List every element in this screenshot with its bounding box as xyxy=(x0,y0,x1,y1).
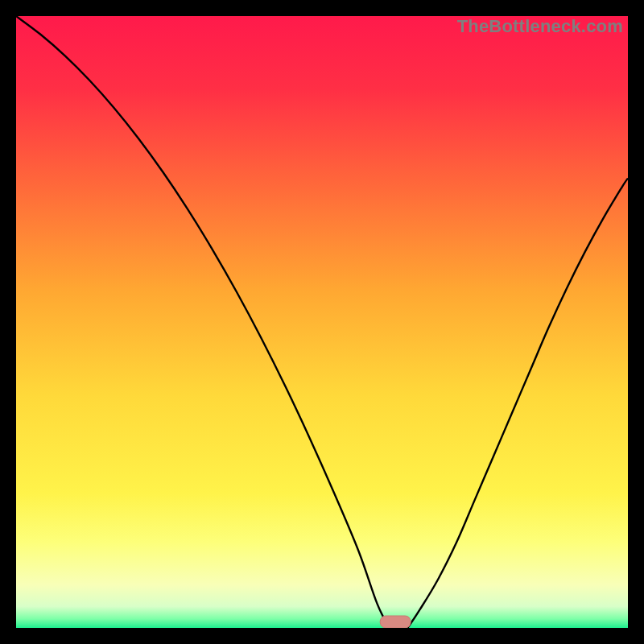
minimum-marker xyxy=(380,616,411,628)
attribution-label: TheBottleneck.com xyxy=(457,16,623,37)
bottleneck-chart xyxy=(16,16,628,628)
chart-background xyxy=(16,16,628,628)
chart-frame: TheBottleneck.com xyxy=(16,16,628,628)
